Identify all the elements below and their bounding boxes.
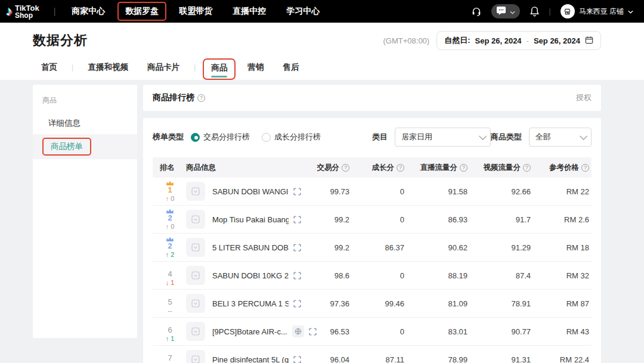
help-icon[interactable]: ?: [523, 164, 531, 172]
tiktok-note-icon: ♪: [6, 5, 13, 18]
rank-number: 2: [168, 242, 172, 251]
chat-bubble-icon: [496, 5, 506, 18]
growth-score-cell: 0: [352, 215, 407, 224]
rank-change: --: [168, 307, 172, 315]
trade-score-cell: 96.04: [301, 355, 352, 363]
nav-learning-center[interactable]: 学习中心: [278, 2, 327, 21]
tab-live-video[interactable]: 直播和视频: [79, 58, 137, 80]
sidebar-group-label: 商品: [33, 95, 137, 113]
product-thumbnail[interactable]: [186, 350, 205, 363]
sidebar-item-label: 商品榜单: [42, 138, 91, 156]
notifications-bell-icon[interactable]: [530, 6, 540, 17]
reference-price-cell: RM 43: [533, 327, 592, 336]
date-separator: -: [527, 36, 529, 45]
sidebar-item-details[interactable]: 详细信息: [33, 113, 137, 134]
radio-on-icon: [191, 133, 200, 142]
col-reference-price: 参考价格?: [533, 163, 592, 173]
help-icon[interactable]: ?: [460, 164, 467, 172]
ranking-panel-header: 商品排行榜 ? 授权: [143, 85, 601, 111]
table-row[interactable]: 1 ↑ 0 SABUN DOBI WANGI+P... 99.7: [153, 178, 592, 206]
rank-change: ↑ 2: [166, 251, 175, 259]
tab-after-sale[interactable]: 售后: [274, 58, 307, 80]
date-start: Sep 26, 2024: [475, 36, 522, 45]
product-thumbnail[interactable]: [186, 238, 205, 257]
reference-price-cell: RM 87: [533, 299, 592, 308]
nav-merchant-center[interactable]: 商家中心: [64, 2, 113, 21]
radio-growth-score-ranking[interactable]: 成长分排行榜: [262, 132, 321, 142]
tab-product[interactable]: 商品: [203, 58, 236, 80]
trade-score-cell: 99.73: [301, 187, 352, 196]
live-traffic-score-cell: 88.19: [407, 271, 470, 280]
account-menu[interactable]: 马来西亚 店铺: [561, 4, 633, 18]
tab-product-card[interactable]: 商品卡片: [139, 58, 188, 80]
help-icon[interactable]: ?: [197, 94, 205, 102]
growth-score-cell: 0: [352, 271, 407, 280]
page-header: 数据分析 (GMT+08:00) 自然日: Sep 26, 2024 - Sep…: [0, 23, 644, 80]
table-header-row: 排名 商品信息 交易分? 成长分? 直播流量分? 视频流量分? 参考价格?: [153, 157, 592, 178]
growth-score-cell: 86.37: [352, 243, 407, 252]
rank-number: 1: [168, 186, 172, 195]
product-thumbnail[interactable]: [186, 266, 205, 285]
rank-change: ↑ 0: [166, 223, 175, 231]
rank-cell: 6 ↑ 1: [153, 321, 184, 343]
chevron-down-icon: [628, 7, 633, 15]
table-row[interactable]: 6 ↑ 1 [9PCS]Botare AIR-c...: [153, 318, 592, 346]
reference-price-cell: RM 2.6: [533, 215, 592, 224]
col-growth-score: 成长分?: [352, 163, 407, 173]
product-thumbnail[interactable]: [186, 322, 205, 341]
trade-score-cell: 96.53: [301, 327, 352, 336]
rank-cell: 2 ↑ 0: [153, 209, 184, 231]
table-row[interactable]: 7 ↑ 4 Pine disinfectant 5L (ge...: [153, 346, 592, 363]
authorize-link[interactable]: 授权: [576, 92, 592, 103]
tab-marketing[interactable]: 营销: [239, 58, 272, 80]
rank-change: ↑ 1: [166, 335, 175, 343]
category-select[interactable]: 居家日用: [395, 128, 491, 147]
timezone-label: (GMT+08:00): [383, 36, 430, 45]
headset-support-icon[interactable]: [471, 6, 482, 17]
radio-trade-score-ranking[interactable]: 交易分排行榜: [191, 132, 250, 142]
nav-live-console[interactable]: 直播中控: [225, 2, 274, 21]
table-row[interactable]: 4 ↓ 1 SABUN DOBI 10KG 2 b... 98.: [153, 262, 592, 290]
product-type-select[interactable]: 全部: [529, 128, 592, 147]
table-row[interactable]: 5 -- BELI 3 PERCUMA 1 SAB... 97.: [153, 290, 592, 318]
growth-score-cell: 0: [352, 187, 407, 196]
shop-avatar: [561, 4, 575, 18]
date-end: Sep 26, 2024: [534, 36, 580, 45]
account-name: 马来西亚 店铺: [579, 7, 624, 17]
product-info-cell: SABUN DOBI WANGI+P...: [184, 182, 301, 201]
table-row[interactable]: 2 ↑ 2 5 LITER SABUN DOBI M... 99: [153, 234, 592, 262]
product-thumbnail[interactable]: [186, 294, 205, 313]
rank-number: 2: [168, 214, 172, 223]
reference-price-cell: RM 22: [533, 187, 592, 196]
chevron-down-icon: [580, 132, 587, 140]
product-thumbnail[interactable]: [186, 182, 205, 201]
video-traffic-score-cell: 91.31: [470, 355, 533, 363]
nav-data-compass[interactable]: 数据罗盘: [117, 2, 166, 21]
messages-button[interactable]: [491, 4, 520, 18]
calendar-icon: [585, 36, 593, 46]
chevron-down-icon: [479, 132, 487, 140]
date-range-picker[interactable]: 自然日: Sep 26, 2024 - Sep 26, 2024: [436, 31, 601, 50]
trade-score-cell: 99.2: [301, 243, 352, 252]
rank-change: ↓ 1: [166, 279, 175, 287]
live-traffic-score-cell: 83.01: [407, 327, 470, 336]
help-icon[interactable]: ?: [397, 164, 404, 172]
filters-bar: 榜单类型 交易分排行榜 成长分排行榜 类目 居家日用 商品类型 全部: [153, 128, 592, 147]
product-info-cell: BELI 3 PERCUMA 1 SAB...: [184, 294, 301, 313]
table-row[interactable]: 2 ↑ 0 Mop Tisu Pakai Buang ... 9: [153, 206, 592, 234]
growth-score-cell: 0: [352, 327, 407, 336]
rank-cell: 4 ↓ 1: [153, 265, 184, 287]
nav-affiliate[interactable]: 联盟带货: [171, 2, 220, 21]
reference-price-cell: RM 22.4: [533, 355, 592, 363]
help-icon[interactable]: ?: [581, 164, 589, 172]
rank-number: 4: [168, 270, 172, 279]
rank-change: ↑ 0: [166, 195, 175, 203]
ranking-table-card: 榜单类型 交易分排行榜 成长分排行榜 类目 居家日用 商品类型 全部: [143, 118, 601, 363]
product-type-label: 商品类型: [491, 132, 522, 142]
product-thumbnail[interactable]: [186, 210, 205, 229]
sidebar-item-product-ranking[interactable]: 商品榜单: [33, 134, 137, 159]
tiktok-shop-logo[interactable]: ♪ TikTok Shop: [6, 4, 39, 19]
tab-home[interactable]: 首页: [33, 58, 66, 80]
page-title: 数据分析: [33, 32, 88, 49]
help-icon[interactable]: ?: [342, 164, 349, 172]
